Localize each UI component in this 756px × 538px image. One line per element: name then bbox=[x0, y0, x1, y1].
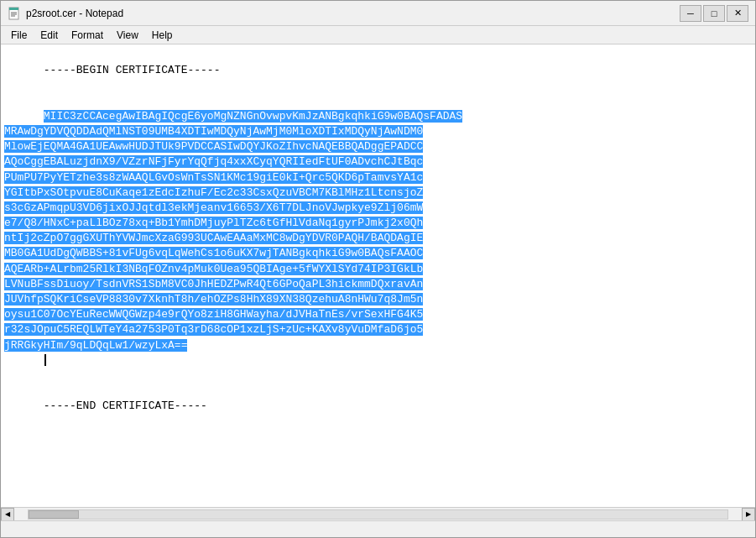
title-bar: p2sroot.cer - Notepad ─ □ ✕ bbox=[1, 1, 755, 26]
begin-line: -----BEGIN CERTIFICATE----- bbox=[44, 64, 221, 76]
scrollbar-track[interactable] bbox=[28, 509, 728, 520]
close-button[interactable]: ✕ bbox=[727, 5, 748, 22]
scrollbar-thumb[interactable] bbox=[29, 510, 79, 519]
editor-content: -----BEGIN CERTIFICATE----- MIIC3zCCAceg… bbox=[4, 48, 752, 460]
text-cursor bbox=[44, 354, 46, 366]
editor-area[interactable]: -----BEGIN CERTIFICATE----- MIIC3zCCAceg… bbox=[1, 44, 755, 507]
svg-rect-1 bbox=[9, 8, 18, 10]
menu-edit[interactable]: Edit bbox=[34, 28, 65, 43]
menu-file[interactable]: File bbox=[4, 28, 34, 43]
maximize-button[interactable]: □ bbox=[703, 5, 725, 22]
minimize-button[interactable]: ─ bbox=[680, 5, 701, 22]
title-bar-controls: ─ □ ✕ bbox=[680, 5, 748, 22]
certificate-body: MIIC3zCCAcegAwIBAgIQcgE6yoMgNZNGnOvwpvKm… bbox=[4, 110, 462, 352]
status-bar bbox=[1, 520, 755, 537]
menu-help[interactable]: Help bbox=[145, 28, 180, 43]
notepad-window: p2sroot.cer - Notepad ─ □ ✕ File Edit Fo… bbox=[0, 0, 756, 538]
scroll-left-button[interactable]: ◀ bbox=[1, 508, 14, 521]
menu-format[interactable]: Format bbox=[65, 28, 110, 43]
menu-view[interactable]: View bbox=[110, 28, 145, 43]
notepad-icon bbox=[8, 7, 21, 20]
end-line: -----END CERTIFICATE----- bbox=[44, 400, 207, 412]
window-title: p2sroot.cer - Notepad bbox=[26, 8, 123, 19]
horizontal-scrollbar[interactable]: ◀ ▶ bbox=[1, 507, 755, 520]
menu-bar: File Edit Format View Help bbox=[1, 26, 755, 44]
title-bar-left: p2sroot.cer - Notepad bbox=[8, 7, 123, 20]
scroll-right-button[interactable]: ▶ bbox=[742, 508, 755, 521]
